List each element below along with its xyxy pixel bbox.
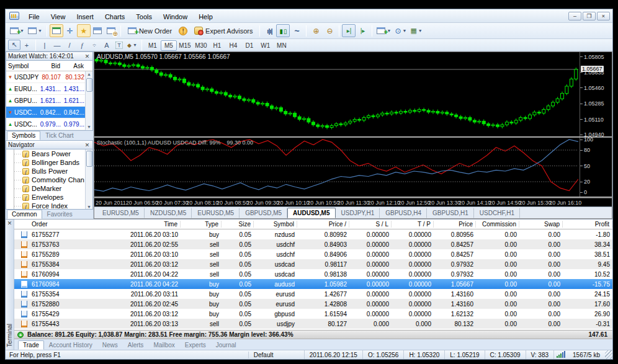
- new-chart-button[interactable]: ▼: [8, 24, 26, 37]
- terminal-tab-account-history[interactable]: Account History: [44, 340, 97, 350]
- fibonacci-tool[interactable]: f: [76, 40, 88, 50]
- alert-button[interactable]: !: [176, 24, 190, 37]
- market-watch-row[interactable]: ▲GBPU...1.621...1.621...: [6, 95, 92, 107]
- market-watch-scrollbar[interactable]: ▲ ▼: [85, 71, 92, 130]
- templates-button[interactable]: ▦▼: [408, 24, 424, 37]
- chart-tab-gbpusd-h4[interactable]: GBPUSD,H4: [380, 208, 427, 218]
- timeframe-d1[interactable]: D1: [241, 40, 258, 51]
- header-time[interactable]: Time: [84, 221, 181, 228]
- menu-insert[interactable]: Insert: [71, 11, 99, 22]
- profiles-button[interactable]: ▼: [26, 24, 44, 37]
- header-price-[interactable]: Price /: [297, 221, 349, 228]
- navigator-item[interactable]: fEnvelopes: [6, 193, 92, 202]
- timeframe-h4[interactable]: H4: [225, 40, 241, 51]
- navigator-close-icon[interactable]: ✕: [84, 142, 91, 148]
- menu-file[interactable]: File: [23, 11, 45, 22]
- order-row[interactable]: 617552772011.06.20 03:10buy0.05nzdusd0.8…: [14, 229, 612, 239]
- header-type[interactable]: Type: [181, 221, 222, 228]
- stochastic-chart[interactable]: Stochastic (100,1,1) AUDUSD USDCAD Diff:…: [94, 138, 580, 197]
- terminal-tab-journal[interactable]: Journal: [211, 340, 241, 350]
- restore-button[interactable]: ❐: [583, 12, 596, 20]
- order-row[interactable]: 617537632011.06.20 02:55sell0.05usdchf0.…: [14, 239, 612, 249]
- text-tool[interactable]: A: [101, 40, 113, 50]
- tab-tick-chart[interactable]: Tick Chart: [40, 131, 78, 140]
- close-button[interactable]: ×: [597, 12, 610, 20]
- column-symbol[interactable]: Symbol: [6, 63, 38, 69]
- strategy-tester-button[interactable]: [104, 24, 118, 37]
- tab-symbols[interactable]: Symbols: [7, 131, 40, 140]
- chart-tab-usdjpy-h1[interactable]: USDJPY,H1: [336, 208, 380, 218]
- navigator-titlebar[interactable]: Navigator ✕: [6, 140, 93, 149]
- terminal-tab-alerts[interactable]: Alerts: [123, 340, 149, 350]
- cursor-tool[interactable]: ↖: [8, 40, 20, 50]
- terminal-tab-trade[interactable]: Trade: [18, 340, 44, 350]
- navigator-item[interactable]: fBollinger Bands: [6, 158, 92, 167]
- market-watch-titlebar[interactable]: Market Watch: 16:42:01 ✕: [6, 51, 93, 61]
- navigator-item[interactable]: fCommodity Chan: [6, 175, 92, 184]
- status-profile[interactable]: Default: [249, 350, 305, 359]
- chart-tab-eurusd-m5[interactable]: EURUSD,M5: [97, 208, 145, 218]
- header-symbol[interactable]: Symbol: [254, 221, 297, 228]
- chart-tab-gbpusd-m5[interactable]: GBPUSD,M5: [240, 208, 287, 218]
- terminal-tab-news[interactable]: News: [97, 340, 123, 350]
- order-row[interactable]: 617553542011.06.20 03:11buy0.05eurusd1.4…: [14, 289, 612, 299]
- navigator-item[interactable]: fForce Index: [6, 202, 92, 210]
- price-axis[interactable]: 1.058051.056351.054601.052851.051101.049…: [580, 52, 612, 136]
- periods-button[interactable]: ⊙▼: [393, 24, 408, 37]
- market-watch-toggle[interactable]: [50, 24, 63, 37]
- chart-tab-eurusd-m5[interactable]: EURUSD,M5: [192, 208, 240, 218]
- navigator-item[interactable]: fBears Power: [6, 149, 92, 158]
- chart-tab-audusd-m5[interactable]: AUDUSD,M5: [287, 208, 335, 218]
- navigator-toggle[interactable]: ★: [77, 24, 91, 37]
- timeframe-m15[interactable]: M15: [177, 40, 193, 51]
- header-swap[interactable]: Swap: [519, 221, 563, 228]
- terminal-close-icon[interactable]: ✕: [7, 220, 12, 226]
- chart-tab-nzdusd-m5[interactable]: NZDUSD,M5: [145, 208, 192, 218]
- trendline-tool[interactable]: /: [63, 40, 76, 50]
- navigator-item[interactable]: fBulls Power: [6, 167, 92, 175]
- terminal-tab-experts[interactable]: Experts: [180, 340, 211, 350]
- horizontal-line-tool[interactable]: —: [51, 40, 63, 50]
- order-row[interactable]: 617552892011.06.20 03:10sell0.05usdchf0.…: [14, 249, 612, 259]
- zoom-out-button[interactable]: ⊖: [323, 24, 336, 37]
- candle-chart-mode-button[interactable]: [276, 24, 290, 37]
- market-watch-row[interactable]: ▼USDC...0.842...0.842...: [6, 107, 92, 118]
- chart-tab-gbpusd-h1[interactable]: GBPUSD,H1: [427, 208, 474, 218]
- order-row[interactable]: 617554292011.06.20 03:12buy0.05gbpusd1.6…: [14, 309, 612, 319]
- market-watch-row[interactable]: ▲USDC...0.979...0.979...: [6, 118, 92, 130]
- auto-scroll-button[interactable]: ▸|: [342, 24, 356, 37]
- tab-common[interactable]: Common: [7, 210, 42, 219]
- vertical-line-tool[interactable]: |: [38, 40, 51, 50]
- text-label-tool[interactable]: T: [113, 40, 125, 50]
- header-size[interactable]: Size: [222, 221, 254, 228]
- menu-help[interactable]: Help: [193, 11, 218, 22]
- indicator-axis[interactable]: 1008050200: [580, 138, 612, 197]
- scroll-down-icon[interactable]: ▼: [87, 124, 91, 130]
- scroll-thumb[interactable]: [86, 151, 92, 167]
- indicators-button[interactable]: ▼: [375, 24, 393, 37]
- scroll-thumb[interactable]: [86, 78, 92, 92]
- menu-window[interactable]: Window: [158, 11, 193, 22]
- scroll-down-icon[interactable]: ▼: [87, 205, 91, 209]
- timeframe-mn[interactable]: MN: [274, 40, 290, 51]
- order-row[interactable]: 617554432011.06.20 03:13sell0.05usdjpy80…: [14, 319, 612, 329]
- price-chart[interactable]: AUDUSD,M5 1.05570 1.05667 1.05566 1.0566…: [94, 52, 580, 136]
- chart-tab-usdchf-h1[interactable]: USDCHF,H1: [474, 208, 520, 218]
- order-row[interactable]: 617528802011.06.20 02:45buy0.05eurusd1.4…: [14, 299, 612, 309]
- timeframe-w1[interactable]: W1: [258, 40, 274, 51]
- market-watch-row[interactable]: ▼USDJPY80.10780.132: [6, 71, 92, 83]
- header-commission[interactable]: Commission: [476, 221, 519, 228]
- menu-charts[interactable]: Charts: [99, 11, 130, 22]
- navigator-scrollbar[interactable]: ▼: [85, 149, 92, 209]
- header-t-p[interactable]: T / P: [392, 221, 434, 228]
- tab-favorites[interactable]: Favorites: [42, 210, 78, 219]
- new-order-button[interactable]: New Order: [123, 24, 176, 37]
- market-watch-row[interactable]: ▲EURU...1.431...1.431...: [6, 83, 92, 95]
- order-row[interactable]: 617609942011.06.20 04:22sell0.05usdcad0.…: [14, 269, 612, 279]
- expert-advisors-button[interactable]: Expert Advisors: [190, 24, 257, 37]
- order-row[interactable]: 617553842011.06.20 03:12sell0.05usdcad0.…: [14, 259, 612, 269]
- header-s-l[interactable]: S / L: [349, 221, 392, 228]
- timeframe-m1[interactable]: M1: [145, 40, 161, 51]
- zoom-in-button[interactable]: ⊕: [309, 24, 323, 37]
- column-bid[interactable]: Bid: [38, 63, 62, 69]
